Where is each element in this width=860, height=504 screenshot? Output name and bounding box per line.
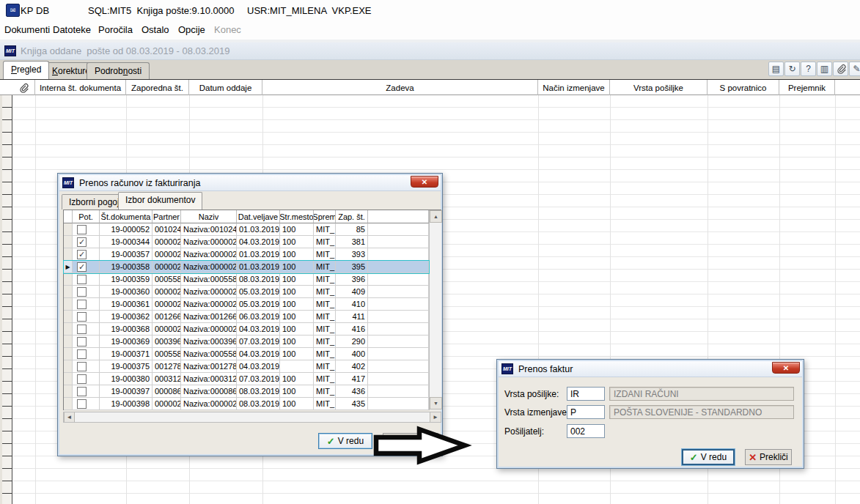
cell-check[interactable] [73,348,100,360]
table-row[interactable]: 19-000380000312Naziva:00031207.03.201910… [64,373,429,385]
menu-item-ostalo[interactable]: Ostalo [142,24,169,35]
column-header-4[interactable]: Zadeva [262,80,538,95]
checkbox-unchecked[interactable] [77,387,87,396]
cell-naziv: Naziva:000002 [181,261,237,273]
table-row[interactable]: 19-000398000002Naziva:00000208.03.201910… [64,398,429,410]
menu-item-datoteke[interactable]: Datoteke [53,24,91,35]
edit-pencil-icon[interactable]: ✎ [849,62,860,76]
checkbox-unchecked[interactable] [77,337,87,346]
table-row[interactable]: ✓19-000344000002Naziva:00000204.03.20191… [64,236,429,248]
checkbox-unchecked[interactable] [77,399,87,409]
checkbox-unchecked[interactable] [77,300,87,309]
column-header-7[interactable]: S povratnico [708,80,779,95]
checkbox-unchecked[interactable] [77,349,87,359]
dialog-column-header: Str.mesto [280,210,314,223]
invoice-dialog-titlebar[interactable]: MIT Prenos faktur [499,361,802,377]
horizontal-scrollbar[interactable]: ◄ ► [63,412,441,423]
field-code-input-0[interactable]: IR [567,387,605,401]
main-grid-header: Interna št. dokumentaZaporedna št.Datum … [0,79,860,95]
checkbox-unchecked[interactable] [77,374,87,384]
scroll-up-icon[interactable]: ▲ [430,210,442,223]
attachments-cards-icon[interactable]: ▥ [817,62,832,76]
cell-str_mesto: 100 [280,236,314,248]
paperclip-icon[interactable] [833,62,848,76]
cell-partner: 001278 [152,360,181,373]
table-row[interactable]: 19-000360000002Naziva:00000205.03.201910… [64,286,429,298]
cell-partner: 000002 [152,398,181,410]
table-row[interactable]: 19-000368000002Naziva:00000204.03.201910… [64,323,429,336]
close-icon[interactable]: ✕ [411,176,438,188]
table-row[interactable]: 19-000362001266Naziva:00126606.03.201910… [64,311,429,323]
column-header-5[interactable]: Način izmenjave [538,80,610,95]
table-row[interactable]: 19-000397000086Naziva:00008608.03.201910… [64,385,429,398]
checkbox-unchecked[interactable] [77,287,87,297]
column-header-1[interactable]: Interna št. dokumenta [35,80,126,95]
checkbox-checked[interactable]: ✓ [77,237,87,247]
vertical-scrollbar[interactable]: ▲ ▼ [429,210,441,410]
cell-doc: 19-000357 [100,248,152,261]
report-icon[interactable]: ▤ [768,62,784,76]
menu-item-poročila[interactable]: Poročila [98,24,133,35]
checkbox-checked[interactable]: ✓ [77,250,87,259]
cell-partner: 000002 [152,323,181,336]
cell-naziv: Naziva:000002 [181,236,237,248]
table-row[interactable]: 19-000369000396Naziva:00039607.03.201910… [64,336,429,348]
field-code-input-1[interactable]: P [567,405,605,419]
cell-check[interactable] [73,360,100,373]
cell-check[interactable]: ✓ [73,261,100,273]
ok-button[interactable]: ✓ V redu [682,449,735,465]
cancel-button[interactable]: ✕ Prekliči [745,449,792,465]
refresh-send-icon[interactable]: ↻ [784,62,800,76]
dialog-tab-izbor-dokumentov[interactable]: Izbor dokumentov [118,192,202,210]
tab-podrobnosti[interactable]: Podrobnosti [87,62,150,79]
checkbox-checked[interactable]: ✓ [77,262,87,272]
table-row[interactable]: 19-000375001278Naziva:00127804.03.2019MI… [64,360,429,373]
scroll-right-icon[interactable]: ► [430,412,441,422]
column-header-6[interactable]: Vrsta pošiljke [610,80,708,95]
cell-check[interactable]: ✓ [73,236,100,248]
table-row[interactable]: ✓19-000357000002Naziva:00000201.03.20191… [64,248,429,261]
cell-fill [368,248,429,261]
checkbox-unchecked[interactable] [77,362,87,371]
cell-check[interactable] [73,286,100,298]
table-row[interactable]: 19-000052001024Naziva:00102401.03.201910… [64,223,429,236]
cell-check[interactable] [73,273,100,286]
table-row[interactable]: 19-000359000558Naziva:00055808.03.201910… [64,273,429,286]
cell-check[interactable] [73,298,100,311]
table-row[interactable]: 19-000371000558Naziva:00055804.03.201910… [64,348,429,360]
cell-check[interactable] [73,373,100,385]
cell-str_mesto: 100 [280,311,314,323]
checkbox-unchecked[interactable] [77,275,87,284]
paperclip-column-header[interactable] [12,80,35,95]
cell-check[interactable]: ✓ [73,248,100,261]
ok-button[interactable]: ✓ V redu [318,433,372,449]
scroll-left-icon[interactable]: ◄ [64,412,75,422]
cell-check[interactable] [73,398,100,410]
cell-check[interactable] [73,323,100,336]
checkbox-unchecked[interactable] [77,312,87,322]
tab-pregled[interactable]: Pregled [3,61,49,79]
checkbox-unchecked[interactable] [77,225,87,234]
column-header-3[interactable]: Datum oddaje [189,80,262,95]
column-header-2[interactable]: Zaporedna št. [126,80,189,95]
scroll-down-icon[interactable]: ▼ [430,397,442,410]
mit-dialog-icon: MIT [501,363,513,374]
menu-item-dokumenti[interactable]: Dokumenti [4,24,50,35]
help-window-icon[interactable]: ? [801,62,816,76]
close-icon[interactable]: ✕ [772,362,800,374]
user-info: USR:MIT_MILENA VKP.EXE [247,5,372,16]
table-row[interactable]: 19-000361000002Naziva:00000205.03.201910… [64,298,429,311]
table-row[interactable]: ▶✓19-000358000002Naziva:00000201.03.2019… [64,261,429,273]
cell-check[interactable] [73,223,100,236]
checkbox-unchecked[interactable] [77,325,87,334]
field-label-1: Vrsta izmenjave: [504,407,569,418]
cell-check[interactable] [73,336,100,348]
cell-check[interactable] [73,311,100,323]
transfer-dialog-titlebar[interactable]: MIT Prenos računov iz fakturiranja [59,175,441,191]
main-tabstrip: PregledKorekturePodrobnosti▤↻?▥✎ [0,60,860,79]
cell-check[interactable] [73,385,100,398]
transfer-documents-dialog: MIT Prenos računov iz fakturiranja ✕ Izb… [57,173,443,456]
column-header-8[interactable]: Prejemnik [779,80,835,95]
menu-item-opcije[interactable]: Opcije [178,24,205,35]
field-code-input-2[interactable]: 002 [567,424,605,438]
